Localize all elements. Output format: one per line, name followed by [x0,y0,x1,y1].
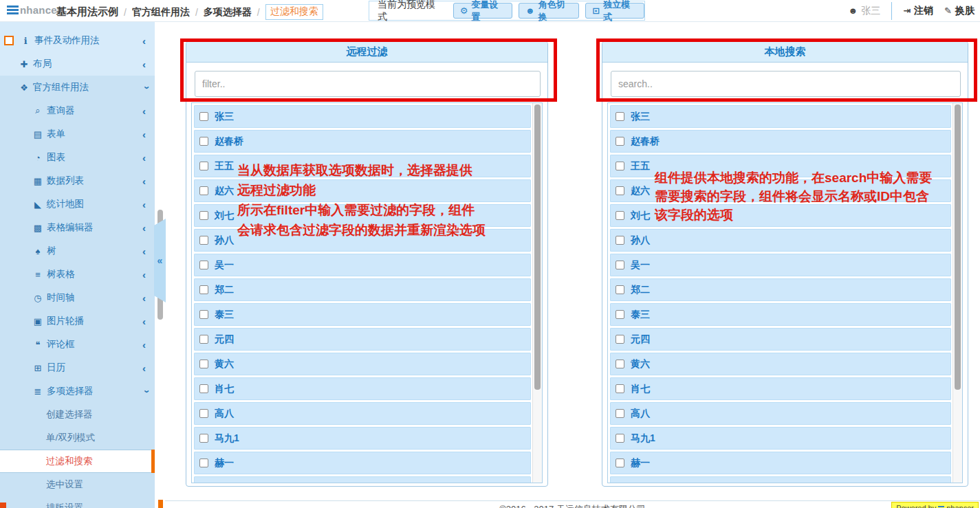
powered-by-badge[interactable]: Powered by nhancer [891,502,979,508]
option-row[interactable]: 泰三 [194,303,531,326]
role-switch-button[interactable]: ☻ 角色切换 [519,3,579,19]
sidebar-item[interactable]: ❝评论框‹ [0,333,155,356]
option-row[interactable]: 赵六 [194,179,531,202]
sidebar-item[interactable]: 排版设置 [0,496,155,508]
option-row[interactable]: 刘七 [194,204,531,227]
option-row[interactable]: 赫一 [194,452,531,474]
option-checkbox[interactable] [616,261,624,269]
option-row[interactable]: 赵六 [610,179,951,202]
option-checkbox[interactable] [616,360,624,368]
option-checkbox[interactable] [199,459,208,467]
option-row[interactable]: 王五 [194,155,531,177]
option-checkbox[interactable] [616,137,624,146]
breadcrumb-item[interactable]: 官方组件用法 [132,6,190,19]
option-checkbox[interactable] [199,236,208,245]
option-checkbox[interactable] [616,384,624,393]
breadcrumb-item[interactable]: 基本用法示例 [56,5,118,19]
option-row[interactable]: 泰三 [610,303,951,326]
option-checkbox[interactable] [616,112,624,121]
sidebar-item[interactable]: ♠树‹ [0,239,155,263]
option-checkbox[interactable] [616,236,624,245]
sidebar-item[interactable]: ▦数据列表‹ [0,169,155,192]
option-checkbox[interactable] [616,434,624,443]
option-row[interactable]: 肖七 [194,377,531,400]
logout-button[interactable]: ⇥ 注销 [903,5,933,17]
sidebar-item[interactable]: ▩表格编辑器‹ [0,216,155,239]
current-user[interactable]: ☻ 张三 [849,5,881,17]
option-row[interactable]: 马九1 [194,427,531,450]
sidebar-item[interactable]: ◣统计地图‹ [0,192,155,216]
option-row[interactable]: 郑二 [610,278,951,301]
sidebar-item[interactable]: ▤表单‹ [0,122,155,146]
sidebar-item[interactable]: 过滤和搜索 [0,450,155,473]
option-checkbox[interactable] [616,285,624,294]
change-skin-button[interactable]: ✎ 换肤 [944,5,974,17]
option-checkbox[interactable] [616,335,624,344]
option-checkbox[interactable] [616,310,624,319]
sidebar-item[interactable]: ◷时间轴‹ [0,286,155,309]
option-row[interactable]: 元四 [194,328,531,351]
sidebar-item[interactable]: 单/双列模式 [0,426,155,450]
sidebar-item[interactable]: ◔图表‹ [0,146,155,169]
option-row[interactable]: 吴一 [194,254,531,276]
option-row[interactable] [194,476,531,483]
option-row[interactable]: 黄六 [194,353,531,375]
option-checkbox[interactable] [199,434,208,443]
sidebar-item[interactable]: ⊞日历‹ [0,356,155,379]
sidebar-item[interactable]: 选中设置 [0,473,155,496]
sidebar-item[interactable]: ✚布局‹ [0,52,155,76]
option-row[interactable]: 孙八 [610,229,951,252]
option-checkbox[interactable] [199,360,208,368]
option-checkbox[interactable] [199,384,208,393]
breadcrumb-item[interactable]: 多项选择器 [204,6,252,19]
option-row[interactable]: 赵春桥 [194,130,531,153]
option-row[interactable]: 郑二 [194,278,531,301]
standalone-mode-button[interactable]: ⊡ 独立模式 [585,3,644,19]
option-row[interactable]: 肖七 [610,377,951,400]
sidebar-item[interactable]: 创建选择器 [0,403,155,426]
option-checkbox[interactable] [199,335,208,344]
option-checkbox[interactable] [199,310,208,319]
list-scrollbar-thumb[interactable] [955,104,961,390]
option-checkbox[interactable] [616,409,624,418]
sidebar-item[interactable]: ❖官方组件用法‹ [0,76,155,99]
option-row[interactable]: 黄六 [610,353,951,375]
option-row[interactable]: 刘七 [610,204,951,227]
option-row[interactable]: 王五 [610,155,951,177]
option-checkbox[interactable] [616,186,624,195]
sidebar-item[interactable]: ▣图片轮播‹ [0,309,155,333]
breadcrumb-active-item[interactable]: 过滤和搜索 [265,4,323,20]
option-row[interactable]: 元四 [610,328,951,351]
sidebar-item[interactable]: ⌕查询器‹ [0,99,155,122]
sidebar-item[interactable]: ℹ事件及动作用法‹ [0,29,155,52]
app-logo[interactable]: nhancer [7,4,61,16]
option-checkbox[interactable] [199,186,208,195]
option-checkbox[interactable] [616,211,624,220]
list-scrollbar-thumb[interactable] [534,104,541,390]
option-checkbox[interactable] [199,112,208,121]
option-row[interactable] [610,476,951,483]
option-checkbox[interactable] [616,459,624,467]
option-row[interactable]: 马九1 [610,427,951,450]
option-row[interactable]: 张三 [194,105,531,128]
filter-input[interactable] [195,71,541,97]
variable-settings-button[interactable]: ⚙ 变量设置 [453,3,512,19]
option-checkbox[interactable] [199,285,208,294]
option-checkbox[interactable] [199,211,208,220]
sidebar-item[interactable]: ≣多项选择器‹ [0,379,155,403]
option-row[interactable]: 赵春桥 [610,130,951,153]
sidebar-collapse-handle[interactable]: « [154,219,166,302]
option-row[interactable]: 吴一 [610,254,951,276]
option-checkbox[interactable] [616,162,624,170]
option-checkbox[interactable] [199,137,208,146]
sidebar-item[interactable]: ≡树表格‹ [0,263,155,286]
list-scrollbar-track[interactable] [532,103,542,483]
option-checkbox[interactable] [199,409,208,418]
option-checkbox[interactable] [199,162,208,170]
list-scrollbar-track[interactable] [952,103,962,483]
fullscreen-toggle-icon[interactable] [4,36,14,45]
option-row[interactable]: 赫一 [610,452,951,474]
option-row[interactable]: 高八 [610,402,951,425]
option-checkbox[interactable] [199,261,208,269]
search-input[interactable] [611,71,961,97]
